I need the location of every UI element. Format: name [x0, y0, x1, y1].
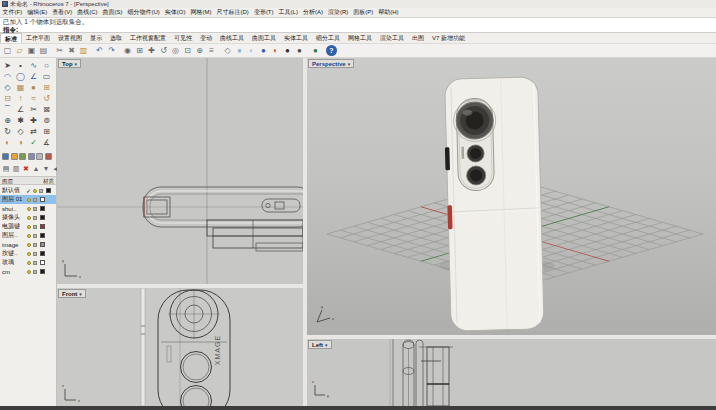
menu-item-10[interactable]: 工具(L) [276, 8, 300, 17]
layer-row-8[interactable]: 玻璃 [0, 258, 56, 267]
toolbar-tab-15[interactable]: V7 新增功能 [428, 33, 469, 43]
menu-item-4[interactable]: 曲面(S) [100, 8, 125, 17]
viewport-left-label[interactable]: Left ▾ [308, 340, 332, 349]
layer-row-3[interactable]: 摄像头 [0, 213, 56, 222]
box-icon[interactable]: ⊞ [40, 82, 53, 93]
move-down-icon[interactable]: ▼ [42, 164, 50, 173]
sphere-icon[interactable]: ● [27, 82, 40, 93]
viewport-front[interactable]: Front ▾ XMAGE [57, 288, 303, 406]
fillet-icon[interactable]: ⌒ [1, 104, 14, 115]
menu-item-12[interactable]: 渲染(R) [325, 8, 350, 17]
layer-visibility-bulb-icon[interactable] [27, 225, 31, 229]
layer-color-swatch[interactable] [40, 224, 45, 229]
toolbar-tab-8[interactable]: 曲线工具 [216, 33, 248, 43]
viewport-left[interactable]: Left ▾ z y [307, 339, 716, 406]
chamfer-icon[interactable]: ∠ [14, 104, 27, 115]
record-history-icon[interactable]: ≡ [206, 45, 217, 56]
layer-color-swatch[interactable] [40, 215, 45, 220]
layer-color-swatch[interactable] [40, 251, 45, 256]
toolbar-tab-0[interactable]: 标准 [0, 33, 22, 43]
toolbar-tab-11[interactable]: 细分工具 [312, 33, 344, 43]
layer-row-4[interactable]: 电源键 [0, 222, 56, 231]
curve-icon[interactable]: ∿ [27, 60, 40, 71]
loft-icon[interactable]: ≈ [27, 93, 40, 104]
menu-item-11[interactable]: 分析(A) [300, 8, 325, 17]
materials-panel-icon[interactable] [45, 153, 52, 160]
new-layer-icon[interactable]: ▤ [2, 164, 10, 173]
toolbar-tab-7[interactable]: 变动 [196, 33, 216, 43]
menu-item-1[interactable]: 编辑(E) [25, 8, 50, 17]
raytraced-view-icon[interactable]: ● [282, 45, 293, 56]
select-icon[interactable]: ➤ [1, 60, 14, 71]
cylinder-icon[interactable]: ⊟ [1, 93, 14, 104]
layer-row-0[interactable]: 默认值✓ [0, 186, 56, 195]
toolbar-tab-9[interactable]: 曲面工具 [248, 33, 280, 43]
layer-lock-icon[interactable] [33, 252, 37, 256]
zoom-selected-icon[interactable]: ◎ [170, 45, 181, 56]
new-sublayer-icon[interactable]: ▥ [12, 164, 20, 173]
notes-panel-icon[interactable] [36, 153, 43, 160]
undo-icon[interactable]: ↶ [94, 45, 105, 56]
rotate-icon[interactable]: ↻ [1, 126, 14, 137]
paste-icon[interactable]: ▥ [78, 45, 89, 56]
save-icon[interactable]: ▣ [26, 45, 37, 56]
layer-visibility-bulb-icon[interactable] [27, 216, 31, 220]
menu-item-8[interactable]: 尺寸标注(D) [214, 8, 251, 17]
move-icon[interactable]: ✚ [27, 115, 40, 126]
layer-color-swatch[interactable] [46, 188, 51, 193]
layer-color-swatch[interactable] [40, 269, 45, 274]
rotate-view-icon[interactable]: ↺ [158, 45, 169, 56]
toolbar-tab-6[interactable]: 可见性 [170, 33, 196, 43]
join-icon[interactable]: ⊕ [1, 115, 14, 126]
menu-item-5[interactable]: 细分物件(U) [125, 8, 162, 17]
gumball-icon[interactable]: ⊕ [194, 45, 205, 56]
ghosted-view-icon[interactable]: ◐ [246, 45, 257, 56]
measure-icon[interactable]: ∡ [40, 137, 53, 148]
open-folder-icon[interactable]: ▱ [14, 45, 25, 56]
menu-item-9[interactable]: 变形(T) [251, 8, 276, 17]
layer-lock-icon[interactable] [33, 243, 37, 247]
layer-lock-icon[interactable] [39, 189, 43, 193]
copy-object-icon[interactable]: ⊚ [40, 115, 53, 126]
shaded-view-icon[interactable]: ● [234, 45, 245, 56]
command-area[interactable]: 已加入 1 个物体到选取集合。 指令: [0, 17, 716, 33]
toolbar-tab-13[interactable]: 渲染工具 [376, 33, 408, 43]
toolbar-tab-1[interactable]: 工作平面 [22, 33, 54, 43]
ellipse-icon[interactable]: ◯ [14, 71, 27, 82]
viewport-front-label[interactable]: Front ▾ [58, 289, 86, 298]
toolbar-tab-3[interactable]: 显示 [86, 33, 106, 43]
layer-lock-icon[interactable] [33, 234, 37, 238]
layer-row-2[interactable]: shui.. [0, 204, 56, 213]
menu-item-0[interactable]: 文件(F) [0, 8, 25, 17]
menu-item-6[interactable]: 实体(O) [162, 8, 188, 17]
layer-row-6[interactable]: image [0, 240, 56, 249]
layer-lock-icon[interactable] [33, 225, 37, 229]
layer-visibility-bulb-icon[interactable] [27, 243, 31, 247]
boolean-union-icon[interactable]: ◐ [1, 137, 14, 148]
move-up-icon[interactable]: ▲ [32, 164, 40, 173]
explode-icon[interactable]: ✱ [14, 115, 27, 126]
layer-lock-icon[interactable] [33, 216, 37, 220]
wireframe-view-icon[interactable]: ◇ [222, 45, 233, 56]
toolbar-tab-2[interactable]: 设置视图 [54, 33, 86, 43]
layer-row-5[interactable]: 图层.. [0, 231, 56, 240]
rectangle-icon[interactable]: ▭ [40, 71, 53, 82]
toolbar-tab-12[interactable]: 网格工具 [344, 33, 376, 43]
pan-view-icon[interactable]: ✚ [146, 45, 157, 56]
environment-icon[interactable]: ● [310, 45, 321, 56]
display-panel-icon[interactable] [19, 153, 26, 160]
polygon-icon[interactable]: ◇ [1, 82, 14, 93]
viewport-perspective[interactable]: Perspective ▾ [307, 58, 716, 335]
layer-visibility-bulb-icon[interactable] [27, 234, 31, 238]
scale-icon[interactable]: ◇ [14, 126, 27, 137]
toolbar-tab-5[interactable]: 工作视窗配置 [126, 33, 170, 43]
layer-lock-icon[interactable] [33, 261, 37, 265]
layer-visibility-bulb-icon[interactable] [27, 270, 31, 274]
layer-lock-icon[interactable] [33, 270, 37, 274]
toolbar-tab-10[interactable]: 实体工具 [280, 33, 312, 43]
array-icon[interactable]: ⊞ [40, 126, 53, 137]
layer-color-swatch[interactable] [40, 233, 45, 238]
boolean-difference-icon[interactable]: ◑ [14, 137, 27, 148]
print-icon[interactable]: ▤ [38, 45, 49, 56]
render-preview-icon[interactable]: ◐ [270, 45, 281, 56]
